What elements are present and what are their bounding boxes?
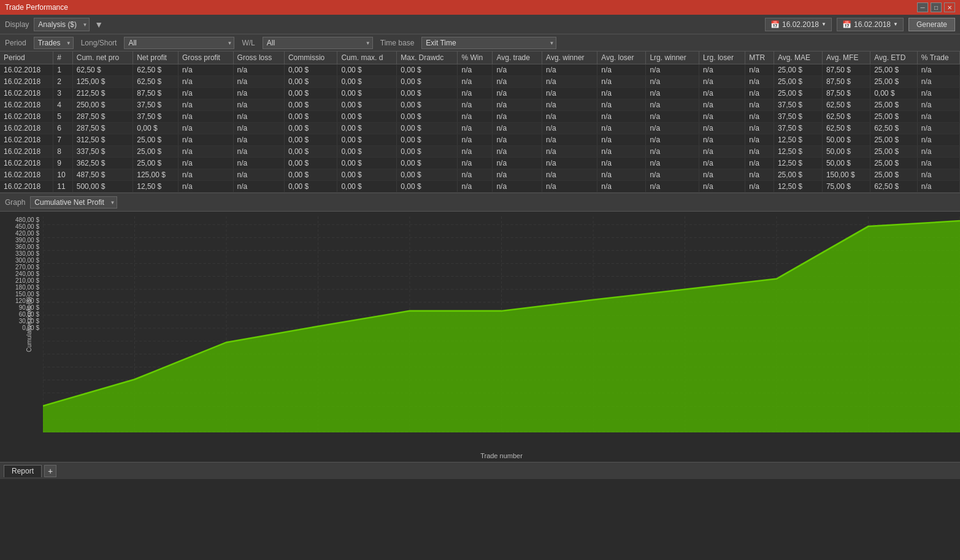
table-cell: 0,00 $: [397, 123, 458, 134]
table-row[interactable]: 16.02.20186287,50 $0,00 $n/an/a0,00 $0,0…: [0, 123, 960, 134]
table-cell: n/a: [493, 111, 542, 123]
display-select[interactable]: Analysis ($): [34, 18, 90, 31]
header-cell: Gross profit: [178, 52, 233, 64]
y-tick: 480,00 $: [15, 217, 39, 223]
table-cell: 37,50 $: [133, 99, 179, 111]
minimize-button[interactable]: ─: [917, 2, 928, 12]
date1-button[interactable]: 📅 16.02.2018 ▼: [765, 18, 832, 31]
table-row[interactable]: 16.02.201810487,50 $125,00 $n/an/a0,00 $…: [0, 169, 960, 181]
table-cell: 25,00 $: [870, 134, 918, 146]
table-cell: 37,50 $: [774, 99, 822, 111]
table-cell: 125,00 $: [133, 169, 179, 181]
table-cell: 0,00 $: [284, 181, 337, 193]
report-tab[interactable]: Report: [4, 465, 42, 477]
table-cell: n/a: [597, 99, 646, 111]
table-cell: 0,00 $: [397, 134, 458, 146]
display-select-wrap[interactable]: Analysis ($): [34, 18, 90, 31]
maximize-button[interactable]: □: [931, 2, 942, 12]
table-cell: 0,00 $: [284, 169, 337, 181]
table-cell: n/a: [745, 123, 774, 134]
chart-inner: 1234567891011: [43, 217, 960, 432]
table-cell: n/a: [597, 134, 646, 146]
table-cell: n/a: [178, 158, 233, 169]
table-cell: 25,00 $: [870, 64, 918, 76]
table-cell: 0,00 $: [337, 88, 397, 99]
y-tick: 300,00 $: [15, 257, 39, 264]
timebase-select-wrap[interactable]: Exit Time: [421, 37, 556, 49]
table-cell: 16.02.2018: [0, 99, 53, 111]
table-cell: 16.02.2018: [0, 123, 53, 134]
table-cell: n/a: [917, 88, 959, 99]
table-row[interactable]: 16.02.20188337,50 $25,00 $n/an/a0,00 $0,…: [0, 146, 960, 158]
table-cell: 287,50 $: [72, 111, 132, 123]
table-cell: 0,00 $: [337, 181, 397, 193]
date2-button[interactable]: 📅 16.02.2018 ▼: [837, 18, 904, 31]
timebase-select[interactable]: Exit Time: [421, 37, 556, 49]
table-cell: n/a: [699, 181, 745, 193]
table-cell: n/a: [917, 111, 959, 123]
table-row[interactable]: 16.02.2018162,50 $62,50 $n/an/a0,00 $0,0…: [0, 64, 960, 76]
table-row[interactable]: 16.02.20183212,50 $87,50 $n/an/a0,00 $0,…: [0, 88, 960, 99]
graph-type-select-wrap[interactable]: Cumulative Net Profit: [30, 196, 117, 209]
wl-select-wrap[interactable]: All: [263, 37, 373, 49]
table-cell: 50,00 $: [822, 158, 870, 169]
table-cell: n/a: [745, 111, 774, 123]
period-select-wrap[interactable]: Trades: [34, 37, 74, 49]
table-cell: 250,00 $: [72, 99, 132, 111]
table-row[interactable]: 16.02.20185287,50 $37,50 $n/an/a0,00 $0,…: [0, 111, 960, 123]
table-row[interactable]: 16.02.20189362,50 $25,00 $n/an/a0,00 $0,…: [0, 158, 960, 169]
table-cell: 0,00 $: [284, 64, 337, 76]
table-cell: 0,00 $: [397, 99, 458, 111]
date2-value: 16.02.2018: [854, 20, 891, 29]
table-cell: 312,50 $: [72, 134, 132, 146]
table-body: 16.02.2018162,50 $62,50 $n/an/a0,00 $0,0…: [0, 64, 960, 193]
y-tick: 240,00 $: [15, 270, 39, 277]
table-cell: 62,50 $: [133, 64, 179, 76]
table-row[interactable]: 16.02.201811500,00 $12,50 $n/an/a0,00 $0…: [0, 181, 960, 193]
table-cell: n/a: [542, 111, 597, 123]
table-cell: 37,50 $: [774, 123, 822, 134]
table-cell: n/a: [233, 99, 284, 111]
table-cell: 9: [53, 158, 73, 169]
table-row[interactable]: 16.02.20184250,00 $37,50 $n/an/a0,00 $0,…: [0, 99, 960, 111]
wl-select[interactable]: All: [263, 37, 373, 49]
table-cell: 25,00 $: [870, 146, 918, 158]
table-cell: 16.02.2018: [0, 134, 53, 146]
period-select[interactable]: Trades: [34, 37, 74, 49]
wl-label: W/L: [242, 39, 255, 47]
longshort-select[interactable]: All: [124, 37, 234, 49]
table-cell: n/a: [917, 146, 959, 158]
generate-button[interactable]: Generate: [908, 18, 955, 31]
titlebar-title: Trade Performance: [5, 3, 68, 12]
table-cell: n/a: [493, 99, 542, 111]
trades-table: Period#Cum. net proNet profitGross profi…: [0, 52, 960, 193]
close-button[interactable]: ✕: [944, 2, 955, 12]
table-row[interactable]: 16.02.20187312,50 $25,00 $n/an/a0,00 $0,…: [0, 134, 960, 146]
table-cell: n/a: [542, 88, 597, 99]
table-cell: 125,00 $: [72, 76, 132, 88]
table-cell: 16.02.2018: [0, 181, 53, 193]
table-cell: n/a: [233, 169, 284, 181]
table-cell: 62,50 $: [822, 99, 870, 111]
table-cell: n/a: [178, 181, 233, 193]
table-cell: 0,00 $: [337, 64, 397, 76]
date1-chevron: ▼: [821, 21, 826, 27]
filter-icon[interactable]: ▼: [94, 20, 103, 29]
table-cell: 16.02.2018: [0, 64, 53, 76]
table-cell: 0,00 $: [133, 123, 179, 134]
graph-type-select[interactable]: Cumulative Net Profit: [30, 196, 117, 209]
y-tick: 450,00 $: [15, 223, 39, 230]
table-row[interactable]: 16.02.20182125,00 $62,50 $n/an/a0,00 $0,…: [0, 76, 960, 88]
table-cell: 16.02.2018: [0, 158, 53, 169]
table-cell: n/a: [597, 169, 646, 181]
graph-header: Graph Cumulative Net Profit: [0, 193, 960, 212]
longshort-select-wrap[interactable]: All: [124, 37, 234, 49]
add-tab-button[interactable]: +: [44, 465, 56, 477]
table-cell: 62,50 $: [72, 64, 132, 76]
table-cell: n/a: [458, 64, 493, 76]
table-cell: n/a: [542, 169, 597, 181]
header-cell: Cum. max. d: [337, 52, 397, 64]
table-cell: 10: [53, 169, 73, 181]
table-cell: 0,00 $: [337, 76, 397, 88]
display-label: Display: [5, 20, 29, 29]
